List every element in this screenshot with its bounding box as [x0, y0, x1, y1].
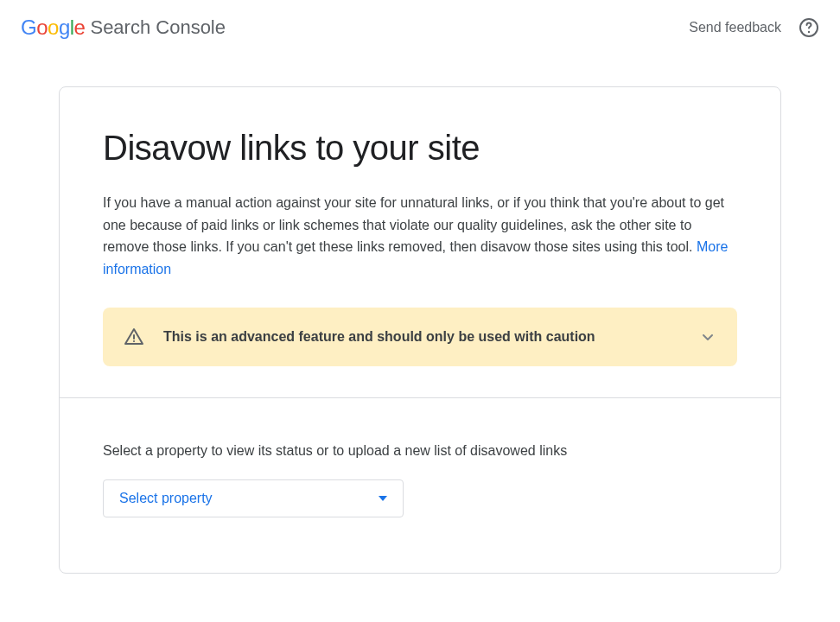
header: Google Search Console Send feedback	[0, 0, 840, 55]
logo-letter: e	[74, 16, 86, 39]
select-placeholder-text: Select property	[119, 491, 213, 506]
svg-point-3	[133, 340, 135, 342]
card-bottom-section: Select a property to view its status or …	[60, 398, 780, 573]
card-top-section: Disavow links to your site If you have a…	[60, 87, 780, 398]
header-right: Send feedback	[689, 17, 819, 38]
send-feedback-link[interactable]: Send feedback	[689, 20, 781, 35]
logo-area[interactable]: Google Search Console	[21, 16, 226, 40]
logo-letter: G	[21, 16, 36, 39]
logo-letter: o	[48, 16, 59, 39]
description-text: If you have a manual action against your…	[103, 192, 737, 280]
property-select-dropdown[interactable]: Select property	[103, 479, 404, 517]
warning-icon	[124, 327, 144, 347]
description-body: If you have a manual action against your…	[103, 195, 724, 254]
google-logo: Google	[21, 16, 85, 40]
chevron-down-icon	[699, 328, 716, 346]
logo-letter: g	[59, 16, 70, 39]
warning-text: This is an advanced feature and should o…	[163, 329, 680, 345]
main-card: Disavow links to your site If you have a…	[59, 86, 781, 574]
product-name: Search Console	[90, 16, 226, 39]
logo-letter: o	[36, 16, 48, 39]
dropdown-arrow-icon	[379, 496, 387, 501]
warning-banner[interactable]: This is an advanced feature and should o…	[103, 308, 737, 366]
page-title: Disavow links to your site	[103, 129, 737, 168]
help-icon[interactable]	[799, 17, 819, 38]
select-property-label: Select a property to view its status or …	[103, 443, 737, 459]
svg-point-1	[808, 31, 810, 33]
